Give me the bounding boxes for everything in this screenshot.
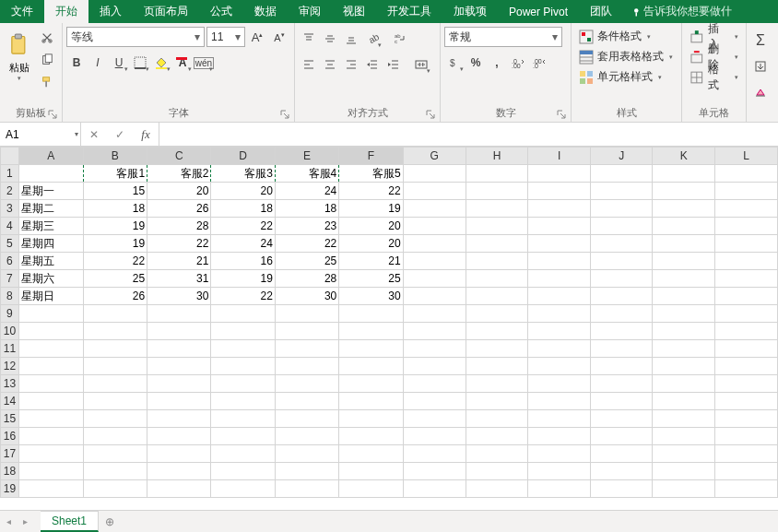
cell-E19[interactable] (275, 480, 338, 498)
cell-C5[interactable]: 22 (147, 235, 211, 253)
cell-A8[interactable]: 星期日 (18, 288, 83, 305)
row-header-7[interactable]: 7 (1, 270, 19, 288)
cell-B15[interactable] (83, 410, 147, 428)
cell-F17[interactable] (339, 445, 403, 463)
cell-K4[interactable] (653, 218, 715, 235)
cell-L4[interactable] (715, 218, 778, 235)
row-header-18[interactable]: 18 (1, 463, 19, 480)
cell-A14[interactable] (18, 393, 83, 410)
cell-A1[interactable] (18, 165, 83, 183)
cell-C3[interactable]: 26 (147, 200, 211, 218)
cell-L9[interactable] (715, 305, 778, 323)
cell-C9[interactable] (147, 305, 211, 323)
tab-加载项[interactable]: 加载项 (442, 0, 498, 23)
col-header-I[interactable]: I (528, 148, 590, 165)
cell-G19[interactable] (403, 480, 466, 498)
cell-G1[interactable] (403, 165, 466, 183)
enter-formula-button[interactable]: ✓ (107, 128, 133, 141)
cell-H6[interactable] (466, 253, 528, 270)
cell-K15[interactable] (653, 410, 715, 428)
tab-Power Pivot[interactable]: Power Pivot (498, 0, 579, 23)
cell-D15[interactable] (211, 410, 275, 428)
cell-C13[interactable] (147, 375, 211, 393)
cell-D2[interactable]: 20 (211, 183, 275, 200)
row-header-4[interactable]: 4 (1, 218, 19, 235)
cell-I19[interactable] (528, 480, 590, 498)
cell-styles-button[interactable]: 单元格样式▾ (575, 67, 677, 87)
format-painter-button[interactable] (38, 73, 56, 91)
row-header-10[interactable]: 10 (1, 323, 19, 340)
cell-F14[interactable] (339, 393, 403, 410)
increase-indent-button[interactable] (383, 54, 404, 75)
cell-J3[interactable] (590, 200, 653, 218)
cell-I9[interactable] (528, 305, 590, 323)
cell-J18[interactable] (590, 463, 653, 480)
cell-F5[interactable]: 20 (339, 235, 403, 253)
cell-H12[interactable] (466, 358, 528, 375)
merge-center-button[interactable] (411, 54, 431, 75)
cell-I10[interactable] (528, 323, 590, 340)
cell-E10[interactable] (275, 323, 338, 340)
cell-C11[interactable] (147, 340, 211, 358)
cell-L11[interactable] (715, 340, 778, 358)
cell-C6[interactable]: 21 (147, 253, 211, 270)
cell-A2[interactable]: 星期一 (18, 183, 83, 200)
cell-D14[interactable] (211, 393, 275, 410)
cell-I5[interactable] (528, 235, 590, 253)
cell-D1[interactable]: 客服3 (211, 165, 275, 183)
cell-L17[interactable] (715, 445, 778, 463)
row-header-3[interactable]: 3 (1, 200, 19, 218)
sheet-nav-next[interactable]: ▸ (17, 511, 33, 532)
align-left-button[interactable] (299, 54, 319, 75)
bold-button[interactable]: B (66, 53, 87, 73)
cell-F6[interactable]: 21 (339, 253, 403, 270)
cell-E8[interactable]: 30 (275, 288, 338, 305)
cell-H16[interactable] (466, 428, 528, 445)
cell-A4[interactable]: 星期三 (18, 218, 83, 235)
name-box[interactable]: ▾ (0, 123, 81, 146)
number-dialog-launcher[interactable] (556, 109, 567, 120)
grid[interactable]: ABCDEFGHIJKL1客服1客服2客服3客服4客服52星期一15202024… (0, 147, 778, 510)
cell-H11[interactable] (466, 340, 528, 358)
cell-B11[interactable] (83, 340, 147, 358)
row-header-8[interactable]: 8 (1, 288, 19, 305)
cell-H7[interactable] (466, 270, 528, 288)
align-center-button[interactable] (320, 54, 340, 75)
cell-H14[interactable] (466, 393, 528, 410)
cell-F11[interactable] (339, 340, 403, 358)
font-size-combo[interactable]: 11▾ (206, 27, 245, 47)
cell-A19[interactable] (18, 480, 83, 498)
tab-团队[interactable]: 团队 (579, 0, 623, 23)
cell-C8[interactable]: 30 (147, 288, 211, 305)
cell-L8[interactable] (715, 288, 778, 305)
cell-J13[interactable] (590, 375, 653, 393)
cell-B3[interactable]: 18 (83, 200, 147, 218)
cell-E14[interactable] (275, 393, 338, 410)
cell-L14[interactable] (715, 393, 778, 410)
cell-E18[interactable] (275, 463, 338, 480)
format-cells-button[interactable]: 格式▾ (686, 67, 742, 87)
name-box-input[interactable] (2, 128, 75, 141)
name-box-dropdown-icon[interactable]: ▾ (75, 130, 78, 138)
cell-I14[interactable] (528, 393, 590, 410)
cell-A17[interactable] (18, 445, 83, 463)
cell-H10[interactable] (466, 323, 528, 340)
cell-B7[interactable]: 25 (83, 270, 147, 288)
tab-数据[interactable]: 数据 (243, 0, 288, 23)
tab-开发工具[interactable]: 开发工具 (376, 0, 442, 23)
font-color-button[interactable]: A (172, 53, 193, 73)
row-header-17[interactable]: 17 (1, 445, 19, 463)
fill-button[interactable] (750, 56, 771, 77)
cell-I15[interactable] (528, 410, 590, 428)
cell-K8[interactable] (653, 288, 715, 305)
paste-button[interactable]: 粘贴 ▾ (4, 27, 34, 88)
cell-G17[interactable] (403, 445, 466, 463)
cell-C4[interactable]: 28 (147, 218, 211, 235)
cell-A12[interactable] (18, 358, 83, 375)
cell-B16[interactable] (83, 428, 147, 445)
cell-E13[interactable] (275, 375, 338, 393)
cell-F12[interactable] (339, 358, 403, 375)
cell-H9[interactable] (466, 305, 528, 323)
col-header-G[interactable]: G (403, 148, 466, 165)
cell-I16[interactable] (528, 428, 590, 445)
